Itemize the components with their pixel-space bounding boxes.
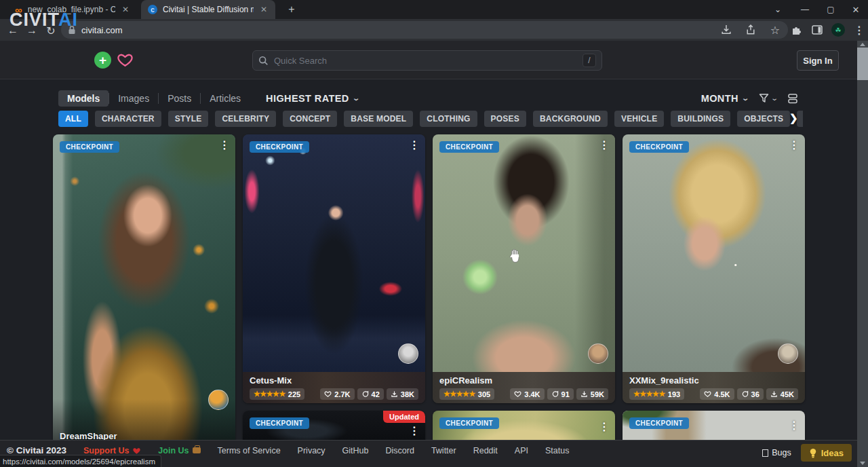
footer-link-join-us[interactable]: Join Us (158, 446, 200, 455)
footer-link-status[interactable]: Status (545, 446, 569, 455)
model-preview-image[interactable]: CHECKPOINT ⋮ DreamShaper (53, 134, 235, 447)
model-card-dreamshaper[interactable]: CHECKPOINT ⋮ DreamShaper (53, 134, 235, 447)
civitai-logo[interactable]: CIVITAI (9, 10, 78, 31)
footer-link-twitter[interactable]: Twitter (431, 446, 456, 455)
footer-link-api[interactable]: API (515, 446, 528, 455)
tab-models[interactable]: Models (58, 90, 108, 107)
chip-poses[interactable]: POSES (484, 111, 526, 127)
chip-buildings[interactable]: BUILDINGS (671, 111, 730, 127)
likes-pill: 4.5K (700, 388, 734, 400)
footer-link-discord[interactable]: Discord (386, 446, 414, 455)
comments-pill: 36 (737, 388, 764, 400)
chip-style[interactable]: STYLE (168, 111, 209, 127)
downloads-pill: 45K (766, 388, 798, 400)
chips-scroll-next-icon[interactable]: ❯ (789, 112, 798, 124)
quick-search[interactable]: / (252, 50, 602, 71)
creator-avatar[interactable] (398, 343, 418, 364)
share-icon[interactable] (745, 24, 757, 36)
ideas-button[interactable]: Ideas (801, 444, 852, 462)
model-card-epicrealism[interactable]: CHECKPOINT ⋮ epiCRealism ★★★★★ 305 3.4K (433, 134, 615, 403)
window-maximize-button[interactable]: ▢ (818, 0, 844, 19)
chip-objects[interactable]: OBJECTS (737, 111, 790, 127)
bug-icon (762, 449, 768, 457)
card-menu-icon[interactable]: ⋮ (789, 420, 800, 431)
mouse-cursor-hand (509, 248, 521, 265)
rating-count: 305 (478, 390, 490, 398)
card-menu-icon[interactable]: ⋮ (409, 426, 420, 436)
footer-link-terms[interactable]: Terms of Service (218, 446, 281, 455)
category-chips: ALL CHARACTER STYLE CELEBRITY CONCEPT BA… (58, 111, 803, 127)
chip-background[interactable]: BACKGROUND (533, 111, 608, 127)
period-dropdown[interactable]: MONTH ⌄ (701, 93, 749, 104)
search-icon (258, 56, 269, 66)
profile-avatar[interactable]: ☘ (831, 23, 845, 37)
chip-vehicle[interactable]: VEHICLE (614, 111, 664, 127)
favorites-heart-icon[interactable] (117, 52, 134, 69)
side-panel-icon[interactable] (811, 24, 823, 36)
search-shortcut-key: / (583, 54, 596, 67)
model-type-badge: CHECKPOINT (250, 417, 309, 429)
likes-pill: 2.7K (320, 388, 354, 400)
chip-celebrity[interactable]: CELEBRITY (215, 111, 276, 127)
comments-count: 42 (372, 390, 380, 398)
install-icon[interactable] (720, 24, 732, 36)
card-menu-icon[interactable]: ⋮ (789, 140, 800, 151)
tab-search-chevron-icon[interactable]: ⌄ (768, 0, 788, 19)
chip-character[interactable]: CHARACTER (95, 111, 161, 127)
model-preview-image[interactable]: CHECKPOINT ⋮ (433, 134, 615, 372)
tab-images[interactable]: Images (109, 90, 158, 107)
model-stats: ★★★★★ 305 3.4K 91 59K (439, 388, 608, 400)
model-title: Cetus-Mix (250, 375, 418, 386)
comment-icon (551, 390, 559, 398)
scrollbar-thumb[interactable] (857, 48, 868, 80)
card-menu-icon[interactable]: ⋮ (409, 140, 420, 151)
chip-all[interactable]: ALL (58, 111, 88, 127)
browser-menu-icon[interactable]: ⋮ (853, 24, 865, 36)
briefcase-icon (193, 447, 201, 453)
footer-link-reddit[interactable]: Reddit (473, 446, 498, 455)
new-tab-button[interactable]: + (283, 3, 300, 16)
filter-button[interactable]: ⌄ (758, 92, 777, 104)
chevron-down-icon: ⌄ (741, 94, 749, 102)
model-preview-image[interactable]: CHECKPOINT ⋮ (243, 134, 425, 372)
footer-link-support-us[interactable]: Support Us (83, 446, 141, 455)
sort-dropdown[interactable]: HIGHEST RATED ⌄ (266, 93, 359, 104)
model-card-cetus-mix[interactable]: CHECKPOINT ⋮ Cetus-Mix ★★★★★ 225 2.7K (243, 134, 425, 403)
scroll-up-arrow[interactable] (860, 43, 865, 46)
window-close-button[interactable]: ✕ (844, 0, 868, 19)
window-minimize-button[interactable]: — (792, 0, 818, 19)
address-bar[interactable]: civitai.com ☆ (61, 21, 788, 39)
create-button[interactable]: + (94, 52, 111, 69)
tab-civitai[interactable]: c Civitai | Stable Diffusion models, ✕ (141, 0, 275, 19)
card-menu-icon[interactable]: ⋮ (219, 140, 230, 151)
chip-concept[interactable]: CONCEPT (283, 111, 337, 127)
tab-posts[interactable]: Posts (159, 90, 200, 107)
scroll-down-arrow[interactable] (860, 462, 865, 465)
chip-base-model[interactable]: BASE MODEL (344, 111, 413, 127)
sign-in-button[interactable]: Sign In (797, 50, 839, 71)
likes-count: 3.4K (524, 390, 540, 398)
card-menu-icon[interactable]: ⋮ (599, 422, 610, 432)
chip-clothing[interactable]: CLOTHING (420, 111, 477, 127)
layout-toggle-icon[interactable] (787, 92, 799, 105)
model-card-xxmix9realistic[interactable]: CHECKPOINT ⋮ XXMix_9realistic ★★★★★ 193 … (623, 134, 805, 403)
footer-link-privacy[interactable]: Privacy (298, 446, 326, 455)
tab-close-icon[interactable]: ✕ (259, 5, 269, 14)
civitai-favicon: c (148, 5, 157, 14)
footer-link-github[interactable]: GitHub (342, 446, 369, 455)
rating-pill: ★★★★★ 305 (439, 388, 494, 400)
model-preview-image[interactable]: CHECKPOINT ⋮ (623, 134, 805, 372)
creator-avatar[interactable] (208, 390, 229, 410)
creator-avatar[interactable] (778, 343, 798, 364)
extensions-icon[interactable] (791, 24, 803, 36)
bugs-link[interactable]: Bugs (762, 448, 791, 457)
tab-articles[interactable]: Articles (201, 90, 250, 107)
search-input[interactable] (274, 56, 577, 66)
bookmark-star-icon[interactable]: ☆ (769, 24, 781, 36)
downloads-pill: 59K (576, 388, 608, 400)
tab-close-icon[interactable]: ✕ (121, 5, 130, 14)
creator-avatar[interactable] (588, 343, 608, 364)
heart-icon (704, 390, 711, 398)
card-menu-icon[interactable]: ⋮ (599, 140, 610, 151)
page-scrollbar[interactable] (857, 41, 868, 467)
